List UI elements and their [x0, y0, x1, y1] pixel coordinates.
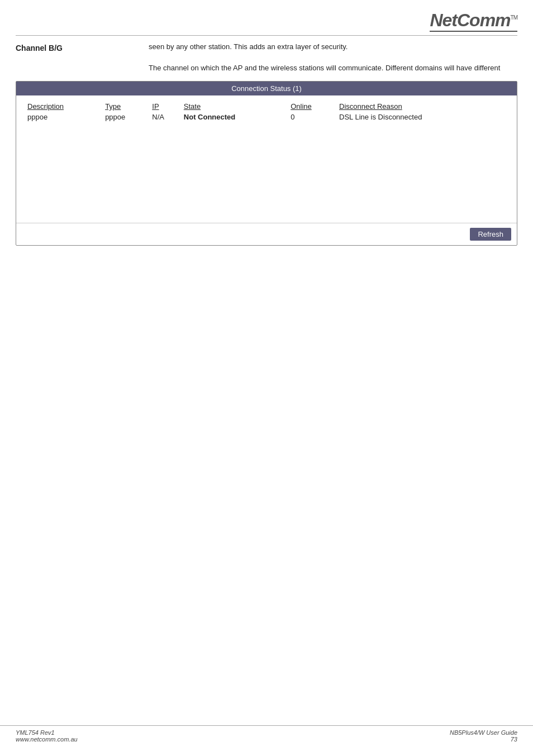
intro-paragraph1: seen by any other station. This adds an …: [149, 41, 517, 52]
col-description: Description: [27, 101, 105, 112]
left-column: Channel B/G: [16, 41, 139, 73]
col-type: Type: [105, 101, 152, 112]
col-disconnect-reason: Disconnect Reason: [339, 101, 506, 112]
connection-status-footer: Refresh: [16, 223, 517, 245]
row-type: pppoe: [105, 112, 152, 122]
footer-page-number: 73: [450, 736, 517, 743]
row-state: Not Connected: [184, 112, 291, 122]
content-area: Channel B/G seen by any other station. T…: [0, 36, 533, 73]
row-disconnect-reason: DSL Line is Disconnected: [339, 112, 506, 122]
connection-table: Description Type IP State Online Disconn…: [27, 101, 506, 122]
connection-status-body: Description Type IP State Online Disconn…: [16, 95, 517, 122]
connection-status-title: Connection Status (1): [16, 82, 517, 95]
row-ip: N/A: [152, 112, 184, 122]
refresh-button[interactable]: Refresh: [470, 228, 511, 241]
logo-area: NetCommTM: [430, 10, 517, 32]
channel-title: Channel B/G: [16, 44, 139, 52]
page-footer: YML754 Rev1 www.netcomm.com.au NB5Plus4/…: [0, 725, 533, 743]
logo: NetCommTM: [430, 10, 517, 30]
footer-right: NB5Plus4/W User Guide 73: [450, 729, 517, 743]
logo-net: Net: [430, 10, 457, 30]
col-state: State: [184, 101, 291, 112]
right-column: seen by any other station. This adds an …: [139, 41, 517, 73]
row-description: pppoe: [27, 112, 105, 122]
row-online: 0: [291, 112, 339, 122]
logo-tm: TM: [511, 15, 517, 21]
table-row: pppoe pppoe N/A Not Connected 0 DSL Line…: [27, 112, 506, 122]
header: NetCommTM: [0, 0, 533, 32]
connection-status-panel: Connection Status (1) Description Type I…: [16, 81, 517, 246]
footer-left: YML754 Rev1 www.netcomm.com.au: [16, 729, 78, 743]
col-online: Online: [291, 101, 339, 112]
col-ip: IP: [152, 101, 184, 112]
footer-product: NB5Plus4/W User Guide: [450, 729, 517, 736]
footer-yml: YML754 Rev1: [16, 729, 78, 736]
footer-website: www.netcomm.com.au: [16, 736, 78, 743]
channel-desc: The channel on which the AP and the wire…: [149, 63, 517, 74]
logo-comm: Comm: [457, 10, 511, 30]
table-header-row: Description Type IP State Online Disconn…: [27, 101, 506, 112]
